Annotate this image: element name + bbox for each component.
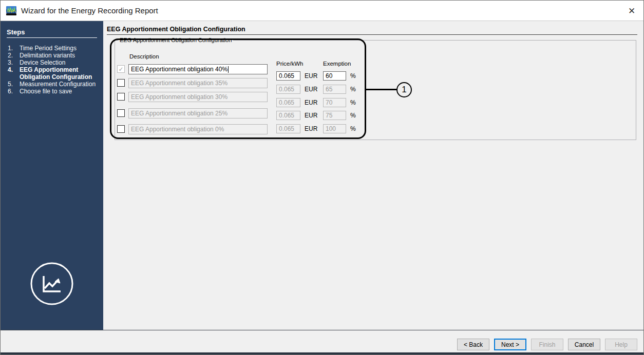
finish-button: Finish [531,339,563,350]
row-description-part: EEG Apportionment obligation 25% [117,108,268,119]
percent-label: % [350,112,356,119]
back-button[interactable]: < Back [457,339,489,350]
currency-label: EUR [305,99,317,106]
callout-line [366,89,396,90]
check-icon: ✓ [118,66,123,73]
row-checkbox[interactable]: ✓ [117,65,125,73]
callout-label: 1 [402,85,406,95]
step-number: 1. [8,45,20,52]
row-checkbox[interactable] [117,93,125,101]
wizard-window: Wizard for the Energy Recording Report ✕… [0,0,644,355]
step-label: Delimitation variants [20,52,99,59]
description-field: EEG Apportionment obligation 35% [128,78,268,88]
currency-label: EUR [305,72,317,80]
callout-marker-1: 1 [396,82,412,97]
app-icon [6,6,17,16]
page-title-rule [107,34,637,35]
steps-rule-divider [7,37,97,38]
sidebar-step-item: 4. EEG Apportionment Obligation Configur… [1,66,103,81]
text-caret [228,66,229,73]
currency-label: EUR [305,86,317,93]
row-description-part: EEG Apportionment obligation 0% [117,124,268,134]
row-checkbox[interactable] [117,109,125,117]
description-field[interactable]: EEG Apportionment obligation 40% [128,64,268,74]
step-label: Time Period Settings [20,45,99,52]
footer-buttons: < Back Next > Finish Cancel Help [457,339,637,350]
row-price-part: 0.065 EUR 70 % [276,98,361,107]
titlebar: Wizard for the Energy Recording Report ✕ [1,1,643,21]
footer: < Back Next > Finish Cancel Help [1,330,643,353]
steps-list: 1. Time Period Settings 2. Delimitation … [1,45,103,95]
step-number: 3. [8,59,20,66]
row-price-part: 0.065 EUR 75 % [276,111,361,120]
window-bottom-edge [1,352,643,354]
percent-label: % [350,72,356,80]
exemption-field: 65 [323,85,346,94]
page-title: EEG Apportionment Obligation Configurati… [107,26,245,33]
close-icon: ✕ [628,6,635,16]
main-content: EEG Apportionment Obligation Configurati… [103,21,644,330]
steps-heading: Steps [7,28,97,36]
cancel-button[interactable]: Cancel [568,339,600,350]
percent-label: % [350,99,356,106]
price-field: 0.065 [276,98,300,107]
eeg-configuration-groupbox: EEG Apportionment Obligation Configurati… [115,40,636,140]
row-price-part: 0.065 EUR 100 % [276,124,361,133]
sidebar-step-item: 5. Measurement Configuration [1,81,103,88]
percent-label: % [350,86,356,93]
step-label: Measurement Configuration [20,81,99,88]
exemption-field: 70 [323,98,346,107]
step-number: 4. [8,66,20,81]
window-title: Wizard for the Energy Recording Report [21,6,158,15]
exemption-field[interactable]: 60 [323,71,346,81]
row-description-part: EEG Apportionment obligation 30% [117,92,268,102]
step-label: EEG Apportionment Obligation Configurati… [20,66,99,81]
description-field: EEG Apportionment obligation 30% [128,92,268,102]
sidebar: Steps 1. Time Period Settings 2. Delimit… [1,21,103,330]
step-number: 2. [8,52,20,59]
step-label: Device Selection [20,59,99,66]
description-field: EEG Apportionment obligation 25% [128,108,268,119]
percent-label: % [350,125,356,132]
sidebar-step-item: 3. Device Selection [1,59,103,66]
groupbox-legend: EEG Apportionment Obligation Configurati… [118,37,233,43]
row-checkbox[interactable] [117,125,125,133]
currency-label: EUR [305,112,317,119]
price-field[interactable]: 0.065 [276,71,300,81]
row-description-part: ✓ EEG Apportionment obligation 40% [117,64,268,74]
step-number: 6. [8,88,20,95]
description-column-header: Description [129,53,159,60]
exemption-field: 75 [323,111,346,120]
price-column-header: Price/kWh [276,61,303,67]
description-field: EEG Apportionment obligation 0% [128,124,268,134]
row-checkbox[interactable] [117,79,125,87]
exemption-field: 100 [323,124,346,133]
row-price-part: 0.065 EUR 65 % [276,85,361,94]
sidebar-step-item: 2. Delimitation variants [1,52,103,59]
row-description-part: EEG Apportionment obligation 35% [117,78,268,88]
currency-label: EUR [305,125,317,132]
step-label: Choose file to save [20,88,99,95]
exemption-column-header: Exemption [323,61,351,67]
next-button[interactable]: Next > [494,339,526,350]
price-field: 0.065 [276,111,300,120]
sidebar-step-item: 1. Time Period Settings [1,45,103,52]
price-field: 0.065 [276,124,300,133]
price-field: 0.065 [276,85,300,94]
chart-trend-icon [29,261,74,306]
row-price-part: 0.065 EUR 60 % [276,71,361,81]
sidebar-step-item: 6. Choose file to save [1,88,103,95]
help-button: Help [605,339,637,350]
close-button[interactable]: ✕ [620,1,643,21]
step-number: 5. [8,81,20,88]
